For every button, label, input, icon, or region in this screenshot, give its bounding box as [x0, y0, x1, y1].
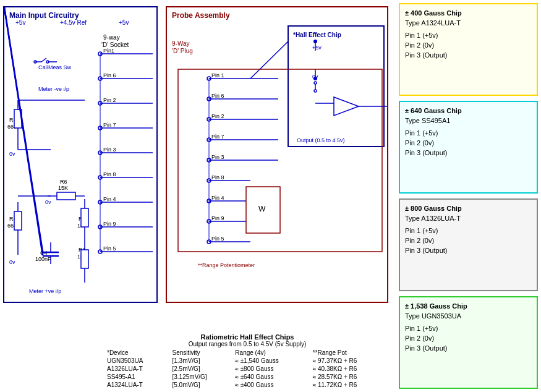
- chip-1538-pin1: Pin 1 (+5v): [405, 323, 532, 333]
- bottom-table-area: Ratiometric Hall Effect Chips Output ran…: [105, 333, 390, 389]
- svg-text:Pin 2: Pin 2: [211, 113, 224, 119]
- chip-1538-title: ± 1,538 Gauss Chip: [405, 301, 532, 311]
- svg-text:'D' Plug: 'D' Plug: [172, 48, 193, 54]
- svg-text:Pin 4: Pin 4: [103, 196, 116, 202]
- svg-text:+5v: +5v: [15, 19, 25, 26]
- svg-point-135: [313, 40, 317, 43]
- svg-text:+5v: +5v: [119, 19, 129, 26]
- svg-line-123: [250, 41, 288, 79]
- svg-point-136: [313, 77, 317, 80]
- chip-1538-pin2: Pin 2 (0v): [405, 333, 532, 343]
- chip-800-pin1: Pin 1 (+5v): [405, 226, 532, 236]
- table-cell: A1326LUA-T: [105, 365, 171, 373]
- table-cell: SS495-A1: [105, 373, 171, 381]
- svg-text:Pin 6: Pin 6: [211, 93, 224, 99]
- chip-640-pin2: Pin 2 (0v): [405, 138, 532, 148]
- svg-text:Pin 9: Pin 9: [211, 215, 224, 221]
- col-device: *Device: [105, 349, 171, 357]
- svg-rect-110: [288, 26, 384, 147]
- svg-rect-35: [81, 250, 88, 268]
- chip-640-pin3: Pin 3 (Output): [405, 148, 532, 158]
- svg-text:Pin 1: Pin 1: [211, 72, 224, 79]
- table-title: Ratiometric Hall Effect Chips: [105, 333, 390, 341]
- chip-400-type: Type A1324LUA-T: [405, 18, 532, 28]
- table-cell: ≈ ±640 Gauss: [233, 373, 310, 381]
- table-cell: ≈ ±1,540 Gauss: [233, 357, 310, 365]
- table-cell: UGN3503UA: [105, 357, 171, 365]
- svg-text:Pin 9: Pin 9: [103, 221, 116, 227]
- chip-1538-pin3: Pin 3 (Output): [405, 343, 532, 353]
- svg-text:Pin 7: Pin 7: [211, 134, 224, 140]
- chip-640-type: Type SS495A1: [405, 116, 532, 126]
- chip-640-pin1: Pin 1 (+5v): [405, 128, 532, 138]
- table-cell: A1324LUA-T: [105, 381, 171, 389]
- chip-box-640: ± 640 Gauss Chip Type SS495A1 Pin 1 (+5v…: [399, 101, 538, 194]
- table-row: A1324LUA-T[5.0mV/G]≈ ±400 Gauss≈ 11.72KΩ…: [105, 381, 390, 389]
- svg-text:0v: 0v: [9, 259, 15, 265]
- chip-400-pin1: Pin 1 (+5v): [405, 30, 532, 40]
- table-row: SS495-A1[3.125mV/G]≈ ±640 Gauss≈ 28.57KΩ…: [105, 373, 390, 381]
- svg-rect-25: [57, 192, 75, 200]
- svg-text:Pin 8: Pin 8: [211, 174, 224, 181]
- svg-text:Pin 4: Pin 4: [211, 195, 224, 201]
- svg-text:Output (0.5 to 4.5v): Output (0.5 to 4.5v): [297, 137, 345, 143]
- svg-rect-30: [81, 208, 88, 227]
- chips-table: *Device Sensitivity Range (4v) **Range P…: [105, 349, 390, 389]
- chip-400-title: ± 400 Gauss Chip: [405, 8, 532, 18]
- chip-800-pin2: Pin 2 (0v): [405, 236, 532, 245]
- svg-text:9-Way: 9-Way: [172, 40, 190, 47]
- svg-text:Pin 5: Pin 5: [103, 245, 116, 252]
- table-subtitle: Output ranges from 0.5 to 4.5V (5v Suppl…: [105, 341, 390, 347]
- table-cell: ≈ 11.72KΩ + R6: [311, 381, 390, 389]
- table-cell: [1.3mV/G]: [171, 357, 234, 365]
- chips-table-body: UGN3503UA[1.3mV/G]≈ ±1,540 Gauss≈ 97.37K…: [105, 357, 390, 389]
- svg-text:0v: 0v: [45, 199, 51, 205]
- table-header-row: *Device Sensitivity Range (4v) **Range P…: [105, 349, 390, 357]
- svg-text:0v: 0v: [9, 151, 15, 157]
- left-panel: Main Input Circuitry +5v +4.5v Ref +5v 9…: [0, 0, 396, 392]
- table-cell: [2.5mV/G]: [171, 365, 234, 373]
- col-range: Range (4v): [233, 349, 310, 357]
- svg-text:R6: R6: [60, 179, 67, 185]
- right-panel: ± 400 Gauss Chip Type A1324LUA-T Pin 1 (…: [396, 0, 541, 392]
- svg-text:15K: 15K: [58, 185, 68, 191]
- svg-text:*Hall Effect Chip: *Hall Effect Chip: [293, 32, 341, 38]
- chip-1538-type: Type UGN3503UA: [405, 311, 532, 321]
- chip-box-400: ± 400 Gauss Chip Type A1324LUA-T Pin 1 (…: [399, 3, 538, 96]
- svg-text:Pin 2: Pin 2: [103, 97, 116, 103]
- svg-text:Meter -ve i/p: Meter -ve i/p: [38, 86, 69, 92]
- svg-text:Pin 8: Pin 8: [103, 171, 116, 177]
- svg-text:W: W: [258, 205, 266, 213]
- chip-box-1538: ± 1,538 Gauss Chip Type UGN3503UA Pin 1 …: [399, 296, 538, 389]
- col-sensitivity: Sensitivity: [171, 349, 234, 357]
- table-cell: ≈ 97.37KΩ + R6: [311, 357, 390, 365]
- chip-640-title: ± 640 Gauss Chip: [405, 106, 532, 116]
- svg-text:Pin 3: Pin 3: [211, 154, 224, 160]
- main-container: Main Input Circuitry +5v +4.5v Ref +5v 9…: [0, 0, 541, 392]
- table-cell: ≈ 28.57KΩ + R6: [311, 373, 390, 381]
- svg-text:+5v: +5v: [312, 45, 322, 51]
- chip-400-pin3: Pin 3 (Output): [405, 50, 532, 60]
- svg-text:9-way: 9-way: [103, 34, 120, 41]
- svg-rect-20: [14, 211, 22, 230]
- chip-800-type: Type A1326LUA-T: [405, 213, 532, 223]
- svg-text:Cal/Meas Sw: Cal/Meas Sw: [38, 64, 72, 70]
- chip-800-title: ± 800 Gauss Chip: [405, 203, 532, 213]
- svg-line-9: [41, 58, 46, 62]
- svg-text:100nF: 100nF: [35, 256, 51, 262]
- table-row: UGN3503UA[1.3mV/G]≈ ±1,540 Gauss≈ 97.37K…: [105, 357, 390, 365]
- chip-400-pin2: Pin 2 (0v): [405, 40, 532, 50]
- chip-box-800: ± 800 Gauss Chip Type A1326LUA-T Pin 1 (…: [399, 198, 538, 291]
- main-input-box: Main Input Circuitry +5v +4.5v Ref +5v 9…: [3, 6, 158, 303]
- svg-text:**Range Potentiometer: **Range Potentiometer: [198, 262, 255, 268]
- svg-text:Meter +ve i/p: Meter +ve i/p: [29, 288, 61, 294]
- svg-text:+4.5v Ref: +4.5v Ref: [60, 19, 87, 26]
- table-cell: [5.0mV/G]: [171, 381, 234, 389]
- probe-assembly-circuit-svg: 9-Way 'D' Plug Pin 1 Pin 6 Pin 2: [167, 7, 388, 302]
- svg-text:Pin 6: Pin 6: [103, 72, 116, 79]
- svg-text:Pin1: Pin1: [103, 48, 114, 54]
- chip-800-pin3: Pin 3 (Output): [405, 245, 532, 255]
- svg-text:Pin 5: Pin 5: [211, 236, 224, 242]
- svg-text:Pin 3: Pin 3: [103, 147, 116, 153]
- table-row: A1326LUA-T[2.5mV/G]≈ ±800 Gauss≈ 40.38KΩ…: [105, 365, 390, 373]
